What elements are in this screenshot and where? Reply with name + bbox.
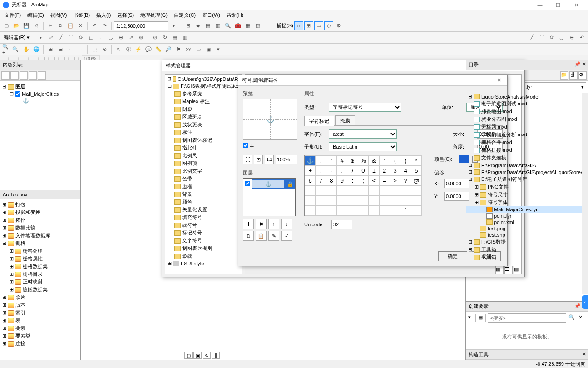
arctoolbox-item[interactable]: ⊞索引 xyxy=(2,309,79,317)
create-filter-button[interactable]: ▾ xyxy=(468,314,476,322)
add-data-button[interactable]: ◆ xyxy=(193,21,203,30)
catalog-item[interactable]: 就业分布图.mxd xyxy=(466,115,588,123)
menu-view[interactable]: 视图(V) xyxy=(48,11,70,20)
toc-list-by-drawing[interactable] xyxy=(1,71,10,80)
char-cell[interactable]: ⚓ xyxy=(305,156,316,166)
identify-button[interactable]: ⓘ xyxy=(124,45,133,54)
char-cell[interactable]: ) xyxy=(400,156,411,166)
find-button[interactable]: 🔎 xyxy=(164,45,173,54)
midpoint-tool[interactable]: · xyxy=(96,33,105,42)
style-folder[interactable]: 色带 xyxy=(166,175,241,183)
fixed-zoom-in[interactable]: ⊞ xyxy=(46,45,55,54)
char-grid[interactable]: ⚓!"#$%&'()*+,-./0123456789:;<=>?@_` xyxy=(304,155,422,216)
style-folder[interactable]: 线符号 xyxy=(166,221,241,229)
style-folder[interactable]: 区域斑块 xyxy=(166,113,241,121)
style-folder[interactable]: 标记符号 xyxy=(166,229,241,237)
menu-insert[interactable]: 插入(I) xyxy=(94,11,114,20)
char-cell[interactable]: < xyxy=(369,176,379,186)
editor-extra2[interactable]: ⌒ xyxy=(537,33,546,42)
char-cell[interactable] xyxy=(326,206,336,216)
char-cell[interactable]: 0 xyxy=(358,166,368,176)
char-cell[interactable]: / xyxy=(347,166,358,176)
arctoolbox-tree[interactable]: ⊞打包⊞投影和变换⊞拓扑⊞数据比较⊞文件地理数据库⊟栅格⊞栅格处理⊞栅格属性⊞栅… xyxy=(0,199,80,349)
create-search-input[interactable] xyxy=(488,313,566,323)
ok-button[interactable]: 确定 xyxy=(438,251,467,261)
catalog-tree[interactable]: ⊞LiquorStoreAnalysisModel电子航道图测试.mxd肺炎地图… xyxy=(466,93,588,301)
char-cell[interactable] xyxy=(411,206,421,216)
direction-tool[interactable]: ↗ xyxy=(126,33,135,42)
style-folder[interactable]: 影线 xyxy=(166,252,241,260)
endpoint-arc[interactable]: ◡ xyxy=(106,33,115,42)
map-view[interactable]: 样式管理器 ✕ ⊞C:\Users\gh326\AppData\Rc⊟F:\GI… xyxy=(81,60,465,360)
catalog-item[interactable]: 栅格拼接.mxd xyxy=(466,146,588,154)
char-cell[interactable] xyxy=(358,206,368,216)
back-extent[interactable]: ← xyxy=(66,45,75,54)
arctoolbox-subitem[interactable]: ⊞正时映射 xyxy=(2,278,79,286)
catalog-item[interactable]: 栅格合并.mxd xyxy=(466,139,588,146)
char-cell[interactable]: " xyxy=(326,156,336,166)
arctoolbox-subitem[interactable]: ⊞镶嵌数据集 xyxy=(2,286,79,293)
editor-toolbar-btn[interactable]: ⊞ xyxy=(183,21,193,30)
char-cell[interactable]: + xyxy=(305,166,316,176)
char-cell[interactable] xyxy=(358,196,368,206)
arctoolbox-button[interactable]: 🧰 xyxy=(233,21,242,30)
toc-options[interactable] xyxy=(38,71,46,80)
layer-item-lock[interactable]: 🔒 xyxy=(285,179,295,189)
snap-point-button[interactable]: ○ xyxy=(294,21,303,30)
catalog-item[interactable]: test.png xyxy=(466,225,588,232)
side-collapse-handle[interactable]: ‹ xyxy=(582,295,588,309)
char-cell[interactable] xyxy=(379,186,390,196)
paste-button[interactable]: 📋 xyxy=(66,21,75,30)
select-features[interactable]: ⬚ xyxy=(90,45,99,54)
catalog-item[interactable]: ⊞E:\ProgramData\ArcGIS\ xyxy=(466,162,588,169)
catalog-item[interactable]: 肺炎地图.mxd xyxy=(466,108,588,115)
catalog-connect-folder[interactable]: 📁 xyxy=(560,71,568,80)
arctoolbox-item[interactable]: ⊞打包 xyxy=(2,201,79,209)
arctoolbox-item[interactable]: ⊞数据比较 xyxy=(2,224,79,232)
zoom-1to1-button[interactable]: 1:1 xyxy=(265,155,274,164)
create-search-button[interactable]: 🔍 xyxy=(568,314,576,322)
catalog-item[interactable]: 工具箱 xyxy=(466,254,588,261)
menu-window[interactable]: 窗口(W) xyxy=(199,11,223,20)
subset-combo[interactable]: Basic Latin xyxy=(329,142,397,151)
modelbuilder-button[interactable]: ▧ xyxy=(253,21,262,30)
char-cell[interactable] xyxy=(358,186,368,196)
catalog-item[interactable]: ⊞工具箱 xyxy=(466,246,588,254)
refresh-button[interactable]: ↻ xyxy=(203,352,211,359)
style-folder[interactable]: 文字符号 xyxy=(166,237,241,244)
menu-bookmarks[interactable]: 书签(B) xyxy=(70,11,93,20)
char-cell[interactable] xyxy=(390,186,400,196)
minimize-button[interactable]: — xyxy=(531,0,549,10)
arctoolbox-subitem[interactable]: ⊞栅格属性 xyxy=(2,255,79,263)
layer-item-checkbox[interactable] xyxy=(245,181,250,186)
char-cell[interactable] xyxy=(400,186,411,196)
scale-dropdown[interactable]: ▾ xyxy=(169,21,178,30)
menu-geoprocessing[interactable]: 地理处理(G) xyxy=(138,11,170,20)
char-cell[interactable]: 4 xyxy=(400,166,411,176)
snap-edge-button[interactable]: ◇ xyxy=(324,21,333,30)
snap-end-button[interactable]: ⊞ xyxy=(304,21,313,30)
char-cell[interactable] xyxy=(337,206,347,216)
layer-item-symbol[interactable]: ⚓ xyxy=(252,179,285,189)
char-cell[interactable]: $ xyxy=(347,156,358,166)
char-cell[interactable]: - xyxy=(326,166,336,176)
editor-extra1[interactable]: ╱ xyxy=(527,33,536,42)
char-cell[interactable]: 8 xyxy=(326,176,336,186)
char-cell[interactable] xyxy=(369,186,379,196)
snap-settings-button[interactable]: ⚙ xyxy=(334,21,343,30)
style-folder[interactable]: 线状斑块 xyxy=(166,121,241,129)
char-cell[interactable] xyxy=(347,186,358,196)
catalog-item[interactable]: ⊞符号字体 xyxy=(466,199,588,206)
arctoolbox-subitem[interactable]: ⊞栅格目录 xyxy=(2,270,79,278)
char-cell[interactable]: 3 xyxy=(390,166,400,176)
fixed-zoom-out[interactable]: ⊟ xyxy=(56,45,65,54)
toc-button[interactable]: ▤ xyxy=(203,21,212,30)
char-cell[interactable] xyxy=(400,196,411,206)
char-cell[interactable] xyxy=(411,196,421,206)
snap-vertex-button[interactable]: ▭ xyxy=(314,21,323,30)
editor-menu[interactable]: 编辑器(R) ▾ xyxy=(2,34,31,41)
print-button[interactable]: 🖨 xyxy=(32,21,41,30)
symbol-layer-list[interactable]: ⚓ 🔒 xyxy=(243,178,296,216)
char-cell[interactable] xyxy=(326,196,336,206)
char-cell[interactable]: : xyxy=(347,176,358,186)
